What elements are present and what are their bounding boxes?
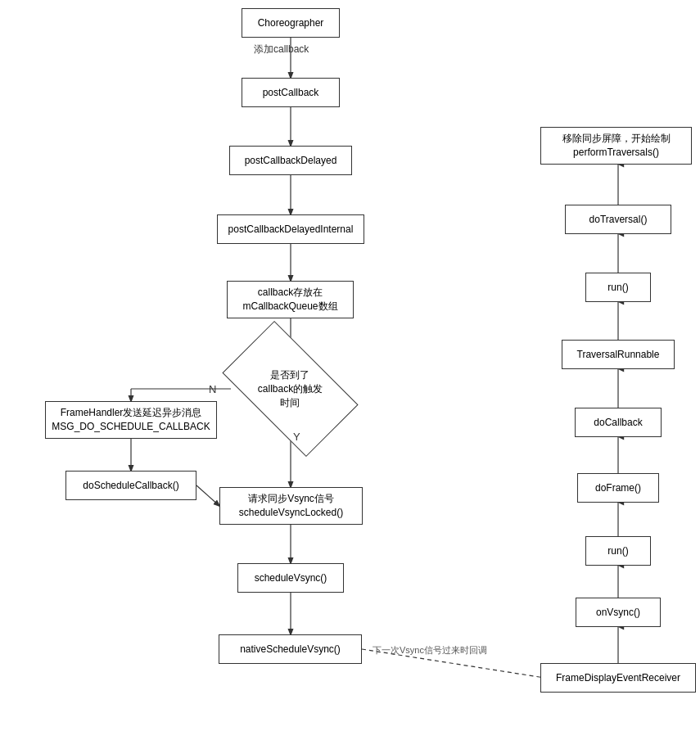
svg-line-8 <box>196 485 219 506</box>
frame-handler-box: FrameHandler发送延迟异步消息 MSG_DO_SCHEDULE_CAL… <box>45 401 217 439</box>
run1-box: run() <box>585 273 651 302</box>
native-schedule-vsync-label: nativeScheduleVsync() <box>240 643 341 657</box>
native-schedule-vsync-box: nativeScheduleVsync() <box>219 634 362 664</box>
remove-sync-box: 移除同步屏障，开始绘制 performTraversals() <box>540 127 692 165</box>
add-callback-label: 添加callback <box>254 43 309 56</box>
frame-display-event-receiver-box: FrameDisplayEventReceiver <box>540 663 696 693</box>
run1-label: run() <box>607 281 628 295</box>
post-callback-delayed-internal-label: postCallbackDelayedInternal <box>228 223 354 237</box>
next-vsync-label: 下一次Vsync信号过来时回调 <box>373 644 487 657</box>
schedule-vsync-box: scheduleVsync() <box>237 563 344 593</box>
frame-handler-label: FrameHandler发送延迟异步消息 MSG_DO_SCHEDULE_CAL… <box>52 406 210 434</box>
callback-store-label: callback存放在 mCallbackQueue数组 <box>242 286 337 314</box>
traversal-runnable-label: TraversalRunnable <box>577 348 660 362</box>
post-callback-delayed-label: postCallbackDelayed <box>245 154 337 168</box>
run2-box: run() <box>585 536 651 566</box>
traversal-runnable-box: TraversalRunnable <box>562 340 675 369</box>
do-schedule-callback-label: doScheduleCallback() <box>83 479 178 493</box>
do-callback-label: doCallback <box>594 416 642 430</box>
do-frame-label: doFrame() <box>595 481 641 495</box>
schedule-vsync-locked-label: 请求同步Vsync信号 scheduleVsyncLocked() <box>239 492 343 520</box>
choreographer-box: Choreographer <box>242 8 340 38</box>
do-traversal-label: doTraversal() <box>589 213 648 227</box>
choreographer-label: Choreographer <box>258 16 324 30</box>
post-callback-delayed-box: postCallbackDelayed <box>229 146 352 175</box>
frame-display-event-receiver-label: FrameDisplayEventReceiver <box>556 671 680 685</box>
do-schedule-callback-box: doScheduleCallback() <box>65 471 196 500</box>
schedule-vsync-locked-box: 请求同步Vsync信号 scheduleVsyncLocked() <box>219 487 363 525</box>
callback-store-box: callback存放在 mCallbackQueue数组 <box>227 281 354 318</box>
on-vsync-label: onVsync() <box>596 606 640 620</box>
diamond-decision: 是否到了callback的触发时间 <box>231 352 350 426</box>
post-callback-delayed-internal-box: postCallbackDelayedInternal <box>217 214 364 244</box>
run2-label: run() <box>607 544 628 558</box>
do-traversal-box: doTraversal() <box>565 205 671 234</box>
diamond-label: 是否到了callback的触发时间 <box>258 368 323 410</box>
post-callback-label: postCallback <box>263 86 319 100</box>
schedule-vsync-label: scheduleVsync() <box>255 571 327 585</box>
remove-sync-label: 移除同步屏障，开始绘制 performTraversals() <box>562 132 671 160</box>
do-callback-box: doCallback <box>575 408 662 437</box>
on-vsync-box: onVsync() <box>576 598 661 627</box>
diagram-container: Choreographer 添加callback postCallback po… <box>0 0 700 731</box>
do-frame-box: doFrame() <box>577 473 659 503</box>
y-label: Y <box>293 431 300 443</box>
post-callback-box: postCallback <box>242 78 340 107</box>
n-label: N <box>209 383 216 395</box>
